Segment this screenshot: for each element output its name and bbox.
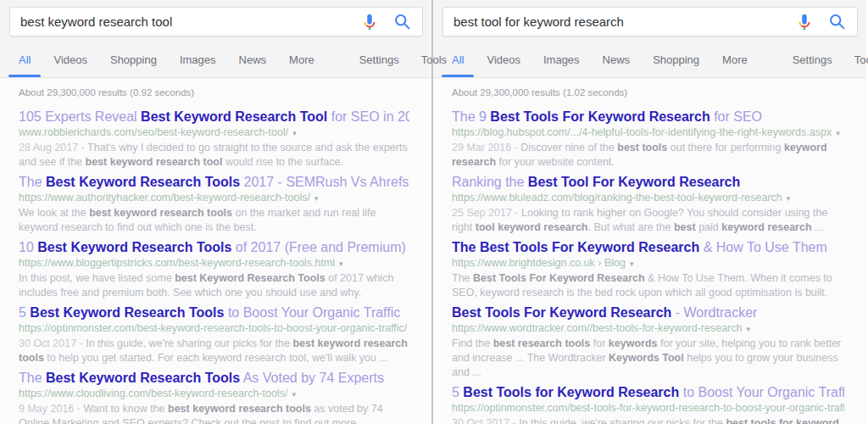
chevron-down-icon[interactable]: ▾ bbox=[314, 194, 319, 203]
result-stats: About 29,300,000 results (0.92 seconds) bbox=[19, 86, 409, 99]
text-segment: We look at the bbox=[19, 207, 89, 219]
menu-tools[interactable]: Tools bbox=[854, 53, 868, 77]
result-snippet: We look at the best keyword research too… bbox=[19, 206, 409, 235]
text-segment: Best Keyword Research Tools bbox=[46, 175, 240, 189]
microphone-icon[interactable] bbox=[795, 13, 814, 31]
search-header: AllVideosImagesNewsShoppingMore Settings… bbox=[433, 0, 866, 78]
text-segment: to Boost Your Organic Traffic bbox=[679, 385, 844, 399]
tab-images[interactable]: Images bbox=[180, 53, 216, 77]
result-title-link[interactable]: Ranking the Best Tool For Keyword Resear… bbox=[452, 174, 844, 191]
result-url[interactable]: https://www.bluleadz.com/blog/ranking-th… bbox=[452, 192, 782, 204]
menu-settings[interactable]: Settings bbox=[793, 53, 832, 77]
text-segment: keyword research bbox=[721, 221, 811, 233]
chevron-down-icon[interactable]: ▾ bbox=[630, 259, 634, 268]
text-segment: In this guide, we're sharing our picks f… bbox=[86, 338, 292, 349]
result-url[interactable]: www.robbierichards.com/seo/best-keyword-… bbox=[19, 126, 288, 138]
tab-images[interactable]: Images bbox=[543, 53, 580, 77]
tab-all[interactable]: All bbox=[19, 53, 31, 77]
result-url[interactable]: https://www.brightdesign.co.uk › Blog bbox=[452, 257, 626, 269]
search-input[interactable] bbox=[453, 14, 795, 29]
text-segment: Best Tools for Keyword Research bbox=[463, 385, 679, 399]
result-title-link[interactable]: The Best Tools For Keyword Research & Ho… bbox=[452, 239, 844, 256]
text-segment: Best Keyword Research Tools bbox=[37, 240, 231, 254]
result-url[interactable]: https://www.cloudliving.com/best-keyword… bbox=[19, 388, 287, 399]
text-segment: 30 Oct 2017 - bbox=[19, 338, 86, 349]
text-segment: ... bbox=[812, 221, 824, 233]
tab-news[interactable]: News bbox=[239, 53, 267, 77]
tab-videos[interactable]: Videos bbox=[53, 53, 87, 77]
tab-more[interactable]: More bbox=[289, 53, 314, 77]
result-url-row: https://optinmonster.com/best-keyword-re… bbox=[19, 321, 409, 337]
search-box bbox=[442, 7, 858, 36]
text-segment: Find the bbox=[452, 338, 493, 349]
tab-videos[interactable]: Videos bbox=[487, 53, 520, 77]
result-url[interactable]: https://optinmonster.com/best-keyword-re… bbox=[19, 322, 407, 334]
menu-settings[interactable]: Settings bbox=[359, 53, 399, 77]
text-segment: Best Keyword Research Tools bbox=[30, 305, 224, 320]
text-segment: for SEO bbox=[710, 109, 762, 124]
text-segment: Best Keyword Research Tool bbox=[141, 109, 327, 124]
tab-news[interactable]: News bbox=[603, 53, 631, 77]
search-result: Best Tools For Keyword Research - Wordtr… bbox=[452, 304, 844, 380]
text-segment: tool keyword research bbox=[476, 221, 588, 233]
result-title-link[interactable]: 105 Experts Reveal Best Keyword Research… bbox=[19, 109, 409, 126]
text-segment: 2017 - SEMRush Vs Ahrefs Vs ... bbox=[240, 175, 409, 189]
serp-pane-right: AllVideosImagesNewsShoppingMore Settings… bbox=[433, 0, 866, 424]
result-snippet: 28 Aug 2017 - That's why I decided to go… bbox=[19, 141, 409, 170]
result-title-link[interactable]: 5 Best Tools for Keyword Research to Boo… bbox=[452, 384, 844, 401]
chevron-down-icon[interactable]: ▾ bbox=[292, 129, 297, 137]
result-url-row: https://www.cloudliving.com/best-keyword… bbox=[19, 387, 409, 402]
text-segment: The 9 bbox=[452, 109, 490, 124]
search-icon[interactable] bbox=[393, 13, 411, 31]
result-url[interactable]: https://www.bloggertipstricks.com/best-k… bbox=[19, 257, 335, 269]
microphone-icon[interactable] bbox=[360, 13, 379, 31]
result-snippet: 9 May 2016 - Want to know the best keywo… bbox=[19, 402, 409, 424]
result-url[interactable]: https://www.wordtracker.com//best-tools-… bbox=[452, 322, 742, 334]
text-segment: to Boost Your Organic Traffic bbox=[224, 305, 400, 320]
result-title-link[interactable]: The Best Keyword Research Tools 2017 - S… bbox=[19, 174, 409, 191]
text-segment: 28 Aug 2017 - bbox=[19, 142, 87, 153]
search-icon[interactable] bbox=[828, 13, 846, 31]
result-url[interactable]: https://www.authorityhacker.com/best-key… bbox=[19, 192, 310, 204]
result-url[interactable]: https://optinmonster.com/best-tools-for-… bbox=[452, 402, 844, 414]
result-snippet: 30 Oct 2017 - In this guide, we're shari… bbox=[19, 337, 409, 365]
result-snippet: Find the best research tools for keyword… bbox=[452, 337, 844, 380]
tab-shopping[interactable]: Shopping bbox=[653, 53, 699, 77]
result-title-link[interactable]: The Best Keyword Research Tools As Voted… bbox=[19, 370, 409, 387]
text-segment: Best Tools For Keyword Research bbox=[473, 272, 645, 284]
results-list: 105 Experts Reveal Best Keyword Research… bbox=[19, 99, 409, 424]
text-segment: best bbox=[674, 221, 696, 233]
tab-all[interactable]: All bbox=[452, 53, 464, 77]
result-snippet: In this post, we have listed some best K… bbox=[19, 271, 409, 300]
result-url[interactable]: https://blog.hubspot.com/.../4-helpful-t… bbox=[452, 126, 832, 138]
search-result: 5 Best Keyword Research Tools to Boost Y… bbox=[19, 304, 409, 365]
result-title-link[interactable]: The 9 Best Tools For Keyword Research fo… bbox=[452, 109, 844, 126]
text-segment: Discover nine of the bbox=[520, 142, 617, 153]
chevron-down-icon[interactable]: ▾ bbox=[339, 259, 343, 268]
result-url-row: https://blog.hubspot.com/.../4-helpful-t… bbox=[452, 126, 844, 141]
result-stats: About 29,300,000 results (1.02 seconds) bbox=[452, 86, 844, 99]
text-segment: The bbox=[19, 371, 46, 385]
tab-shopping[interactable]: Shopping bbox=[110, 53, 157, 77]
search-input[interactable] bbox=[20, 14, 360, 29]
result-title-link[interactable]: Best Tools For Keyword Research - Wordtr… bbox=[452, 304, 844, 321]
text-segment: The bbox=[19, 175, 46, 189]
result-title-link[interactable]: 10 Best Keyword Research Tools of 2017 (… bbox=[19, 239, 409, 256]
chevron-down-icon[interactable]: ▾ bbox=[787, 194, 791, 203]
search-box bbox=[9, 7, 423, 36]
result-title-link[interactable]: 5 Best Keyword Research Tools to Boost Y… bbox=[19, 304, 409, 321]
tab-more[interactable]: More bbox=[722, 53, 748, 77]
chevron-down-icon[interactable]: ▾ bbox=[292, 390, 296, 399]
text-segment: out there for performing bbox=[667, 142, 784, 153]
text-segment: of 2017 (Free and Premium) bbox=[231, 240, 405, 254]
text-segment: 10 bbox=[19, 240, 37, 254]
text-segment: would rise to the surface. bbox=[222, 156, 342, 168]
chevron-down-icon[interactable]: ▾ bbox=[746, 325, 750, 333]
text-segment: - Wordtracker bbox=[671, 305, 757, 320]
search-result: The 9 Best Tools For Keyword Research fo… bbox=[452, 109, 844, 170]
search-header: AllVideosShoppingImagesNewsMore Settings… bbox=[0, 0, 431, 78]
menu-tools[interactable]: Tools bbox=[421, 53, 447, 77]
text-segment: 9 May 2016 - bbox=[19, 403, 83, 415]
result-url-row: https://www.authorityhacker.com/best-key… bbox=[19, 191, 409, 206]
chevron-down-icon[interactable]: ▾ bbox=[836, 129, 840, 137]
